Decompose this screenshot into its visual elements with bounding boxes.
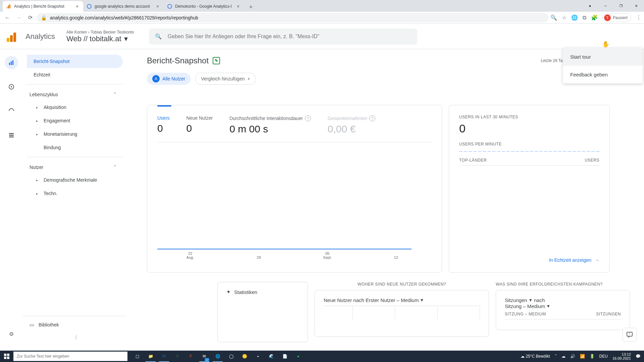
chrome-icon[interactable]: 🌐	[211, 351, 224, 362]
account-picker[interactable]: Alle Konten › Tobias Becker Testkonto We…	[66, 30, 134, 43]
maximize-button[interactable]: ❐	[613, 0, 629, 12]
add-comparison-chip[interactable]: Vergleich hinzufügen +	[195, 73, 256, 85]
zoom-icon[interactable]: 🔍	[550, 14, 557, 21]
file-explorer-icon[interactable]: 📁	[144, 351, 157, 362]
advertising-rail-icon[interactable]	[5, 104, 18, 118]
reports-rail-icon[interactable]	[5, 56, 18, 69]
x-tick: 12	[394, 255, 398, 259]
tray-battery-icon[interactable]: 🔋	[590, 354, 595, 359]
mail-icon[interactable]: ✉22	[198, 351, 211, 362]
browser-tab[interactable]: google analytics demo account ×	[83, 1, 164, 12]
sessions-medium-picker[interactable]: Sitzung – Medium▾	[505, 303, 621, 309]
insights-card[interactable]: ✦ Statistiken	[217, 282, 308, 342]
profile-dot-icon[interactable]: ●	[582, 0, 598, 12]
svg-rect-10	[9, 133, 14, 134]
tab-close-icon[interactable]: ×	[235, 4, 241, 9]
configure-rail-icon[interactable]	[5, 128, 18, 142]
translate-icon[interactable]: 🌐	[571, 14, 578, 21]
search-input[interactable]	[168, 34, 411, 40]
help-icon[interactable]: ?	[369, 115, 375, 121]
svg-rect-15	[4, 354, 6, 356]
powerpoint-icon[interactable]: P	[184, 351, 197, 362]
caret-right-icon: ▸	[36, 132, 40, 136]
new-tab-button[interactable]: +	[246, 2, 256, 12]
svg-rect-7	[12, 60, 13, 65]
tray-language[interactable]: DEU	[599, 354, 608, 359]
app-icon[interactable]: ▪	[252, 351, 264, 362]
google-favicon	[87, 4, 92, 9]
tray-chevron-icon[interactable]: ˄	[555, 354, 557, 359]
profile-chip[interactable]: T Pausiert	[602, 13, 631, 22]
nav-library[interactable]: ▭ Bibliothek	[23, 319, 127, 331]
metric-new-users[interactable]: Neue Nutzer 0	[186, 115, 213, 135]
windows-taskbar: Zur Suche Text hier eingeben ▢ 📁 W X P ✉…	[0, 351, 644, 362]
metric-total-revenue[interactable]: Gesamteinnahmen? 0,00 €	[328, 115, 375, 135]
help-icon[interactable]: ?	[305, 115, 311, 121]
new-users-dimension-picker[interactable]: Neue Nutzer nach Erster Nutzer – Medium …	[324, 297, 480, 303]
taskbar-clock[interactable]: 13:12 16.09.2021	[612, 352, 631, 360]
browser-tab[interactable]: Demokonto - Google Analytics-I ×	[164, 1, 244, 12]
tray-volume-icon[interactable]: 🔊	[570, 354, 575, 359]
back-button[interactable]: ←	[3, 13, 12, 22]
nav-section-user[interactable]: Nutzer ˄	[27, 160, 123, 173]
nav-report-snapshot[interactable]: Bericht-Snapshot	[27, 55, 123, 68]
customize-report-icon[interactable]: ✎	[213, 57, 220, 64]
start-tour-item[interactable]: Start tour	[563, 48, 643, 66]
bookmark-star-icon[interactable]: ☆	[562, 14, 567, 21]
caret-right-icon: ▸	[36, 192, 40, 195]
last-30-label: USERS IN LAST 30 MINUTES	[459, 115, 599, 119]
nav-retention[interactable]: Bindung	[27, 141, 123, 154]
extensions-icon[interactable]: 🧩	[591, 14, 598, 21]
metric-users[interactable]: Users 0	[157, 115, 170, 135]
excel-icon[interactable]: X	[171, 351, 184, 362]
x-tick: 05 Sept.	[323, 251, 332, 259]
start-button[interactable]	[0, 354, 13, 359]
kebab-menu-icon[interactable]: ⋮	[636, 14, 641, 21]
chart-series-line	[157, 249, 412, 249]
collapse-nav-button[interactable]: 〈	[23, 331, 127, 345]
nav-monetization[interactable]: ▸Monetarisierung	[27, 127, 123, 141]
svg-text:!: !	[629, 332, 630, 336]
notifications-icon[interactable]: 💬	[636, 354, 641, 359]
notepad-icon[interactable]: 📄	[278, 351, 291, 362]
nav-tech[interactable]: ▸Techn.	[27, 187, 123, 200]
task-view-icon[interactable]: ▢	[131, 351, 144, 362]
analytics-wordmark: Analytics	[25, 32, 55, 41]
view-realtime-link[interactable]: In Echtzeit anzeigen →	[459, 257, 599, 263]
explore-rail-icon[interactable]	[5, 80, 18, 94]
send-feedback-button[interactable]: !	[623, 328, 637, 342]
forward-button[interactable]: →	[14, 13, 23, 22]
nav-section-lifecycle[interactable]: Lebenszyklus ˄	[27, 87, 123, 101]
tab-close-icon[interactable]: ×	[74, 4, 80, 9]
reload-button[interactable]: ⟳	[25, 13, 35, 22]
spotify-icon[interactable]: ●	[292, 351, 305, 362]
taskbar-search[interactable]: Zur Suche Text hier eingeben	[13, 352, 127, 361]
admin-gear-icon[interactable]: ⚙	[5, 327, 18, 341]
weather-widget[interactable]: ☁ 25°C Bewölkt	[521, 354, 550, 359]
edge-icon[interactable]: 🌊	[265, 351, 278, 362]
svg-rect-5	[9, 63, 10, 65]
search-field[interactable]: 🔍	[149, 28, 417, 45]
obs-icon[interactable]: ◯	[225, 351, 237, 362]
nav-engagement[interactable]: ▸Engagement	[27, 114, 123, 127]
sessions-dimension-picker[interactable]: Sitzungen▾ nach	[505, 297, 621, 303]
segment-all-users-chip[interactable]: A Alle Nutzer	[147, 73, 191, 85]
address-bar[interactable]: 🔒 analytics.google.com/analytics/web/#/p…	[37, 13, 548, 22]
share-icon[interactable]: ⧉	[583, 15, 586, 21]
nav-demographics[interactable]: ▸Demografische Merkmale	[27, 173, 123, 187]
close-window-button[interactable]: ✕	[629, 0, 644, 12]
top-countries-header: TOP-LÄNDER	[459, 158, 487, 163]
browser-tab-active[interactable]: Analytics | Bericht-Snapshot ×	[3, 1, 83, 12]
minimize-button[interactable]: ─	[598, 0, 613, 12]
trend-chart: 22 Aug. 29 05 Sept. 12	[157, 172, 432, 259]
nav-realtime[interactable]: Echtzeit	[27, 68, 123, 81]
tray-cloud-icon[interactable]: ☁	[561, 354, 566, 359]
give-feedback-item[interactable]: Feedback geben	[563, 66, 643, 83]
campaigns-card: Sitzungen▾ nach Sitzung – Medium▾ SITZUN…	[496, 290, 630, 330]
nav-acquisition[interactable]: ▸Akquisition	[27, 101, 123, 114]
app-icon[interactable]: 🟡	[238, 351, 251, 362]
word-icon[interactable]: W	[158, 351, 170, 362]
metric-engagement-time[interactable]: Durchschnittliche Interaktionsdauer? 0 m…	[229, 115, 311, 135]
tab-close-icon[interactable]: ×	[155, 4, 160, 9]
tray-wifi-icon[interactable]: 📶	[580, 354, 585, 359]
